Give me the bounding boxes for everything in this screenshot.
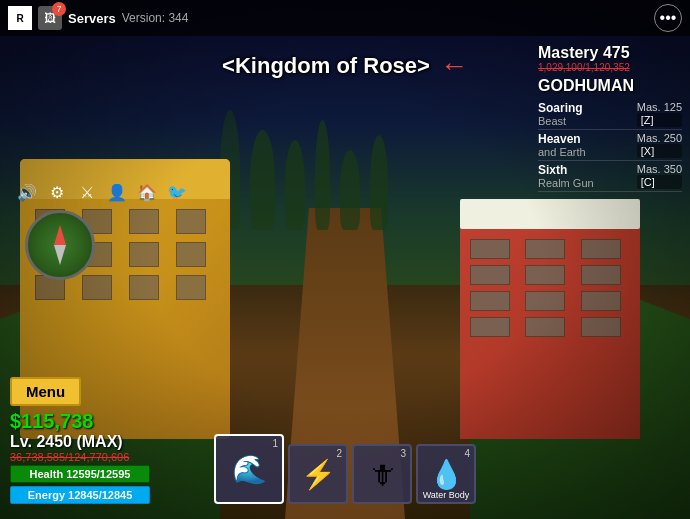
red-building-top: [460, 199, 640, 229]
skill-row-1: Soaring Beast Mas. 125 [Z]: [538, 101, 682, 130]
mastery-exp: 1,029,100/1,120,352: [538, 62, 682, 73]
slot-label-4: Water Body: [423, 490, 470, 500]
health-bar: Health 12595/12595: [10, 465, 150, 483]
slot-icon-3: 🗡: [368, 458, 396, 491]
version-label: Version: 344: [122, 11, 189, 25]
level-display: Lv. 2450 (MAX): [10, 433, 150, 451]
right-panel: Mastery 475 1,029,100/1,120,352 GODHUMAN…: [530, 36, 690, 202]
slot-icon-1: 🌊: [232, 453, 267, 486]
hotbar-slot-1[interactable]: 1 🌊: [214, 434, 284, 504]
slot-number-3: 3: [400, 448, 406, 459]
skill-name-3: Sixth: [538, 163, 594, 177]
skill-sub-1: Beast: [538, 115, 583, 127]
skill-name-1: Soaring: [538, 101, 583, 115]
hotbar: 1 🌊 2 ⚡ 3 🗡 4 💧 Water Body: [214, 434, 476, 504]
skill-name-2: Heaven: [538, 132, 586, 146]
hotbar-slot-3[interactable]: 3 🗡: [352, 444, 412, 504]
skill-key-1: [Z]: [637, 113, 682, 127]
person-icon[interactable]: 👤: [105, 180, 129, 204]
skill-key-2: [X]: [637, 144, 682, 158]
skill-name-sub-2: Heaven and Earth: [538, 132, 586, 158]
skill-key-3: [C]: [637, 175, 682, 189]
skill-mastery-1: Mas. 125: [637, 101, 682, 113]
red-building: [460, 219, 640, 439]
slot-number-1: 1: [272, 438, 278, 449]
home-icon[interactable]: 🏠: [135, 180, 159, 204]
notification-count: 7: [52, 2, 66, 16]
top-bar: R 🖼 7 Servers Version: 344 •••: [0, 0, 690, 36]
godhuman-title: GODHUMAN: [538, 77, 682, 95]
swords-icon[interactable]: ⚔: [75, 180, 99, 204]
gold-display: $115,738: [10, 410, 150, 433]
slot-number-4: 4: [464, 448, 470, 459]
exp-display: 36,738,585/124,770,606: [10, 451, 150, 463]
notification-badge[interactable]: 🖼 7: [38, 6, 62, 30]
skill-info-3: Mas. 350 [C]: [637, 163, 682, 189]
hotbar-slot-4[interactable]: 4 💧 Water Body: [416, 444, 476, 504]
slot-icon-2: ⚡: [301, 458, 336, 491]
servers-label: Servers: [68, 11, 116, 26]
slot-icon-4: 💧: [429, 458, 464, 491]
more-options-button[interactable]: •••: [654, 4, 682, 32]
skill-name-sub-3: Sixth Realm Gun: [538, 163, 594, 189]
skill-name-sub-1: Soaring Beast: [538, 101, 583, 127]
bottom-left-hud: Menu $115,738 Lv. 2450 (MAX) 36,738,585/…: [10, 377, 150, 504]
skill-mastery-2: Mas. 250: [637, 132, 682, 144]
gear-icon[interactable]: ⚙: [45, 180, 69, 204]
skill-sub-3: Realm Gun: [538, 177, 594, 189]
menu-button[interactable]: Menu: [10, 377, 81, 406]
skill-info-1: Mas. 125 [Z]: [637, 101, 682, 127]
top-bar-left: R 🖼 7 Servers Version: 344: [8, 6, 188, 30]
skill-info-2: Mas. 250 [X]: [637, 132, 682, 158]
game-canvas: R 🖼 7 Servers Version: 344 ••• <Kingdom …: [0, 0, 690, 519]
roblox-logo: R: [8, 6, 32, 30]
kingdom-title-text: <Kingdom of Rose>: [222, 53, 430, 79]
slot-number-2: 2: [336, 448, 342, 459]
arrow-icon: ←: [440, 50, 468, 82]
health-bar-container: Health 12595/12595 Energy 12845/12845: [10, 465, 150, 504]
red-building-windows: [470, 239, 630, 337]
skill-sub-2: and Earth: [538, 146, 586, 158]
skill-mastery-3: Mas. 350: [637, 163, 682, 175]
twitter-icon[interactable]: 🐦: [165, 180, 189, 204]
health-value: Health 12595/12595: [30, 468, 131, 480]
skill-row-2: Heaven and Earth Mas. 250 [X]: [538, 132, 682, 161]
energy-bar: Energy 12845/12845: [10, 486, 150, 504]
left-toolbar: 🔊 ⚙ ⚔ 👤 🏠 🐦: [15, 180, 189, 204]
skill-row-3: Sixth Realm Gun Mas. 350 [C]: [538, 163, 682, 192]
compass: [25, 210, 95, 280]
top-bar-right: •••: [654, 4, 682, 32]
hotbar-slot-2[interactable]: 2 ⚡: [288, 444, 348, 504]
mastery-title: Mastery 475: [538, 44, 682, 62]
sound-icon[interactable]: 🔊: [15, 180, 39, 204]
energy-value: Energy 12845/12845: [28, 489, 133, 501]
kingdom-title-area: <Kingdom of Rose> ←: [222, 50, 468, 82]
